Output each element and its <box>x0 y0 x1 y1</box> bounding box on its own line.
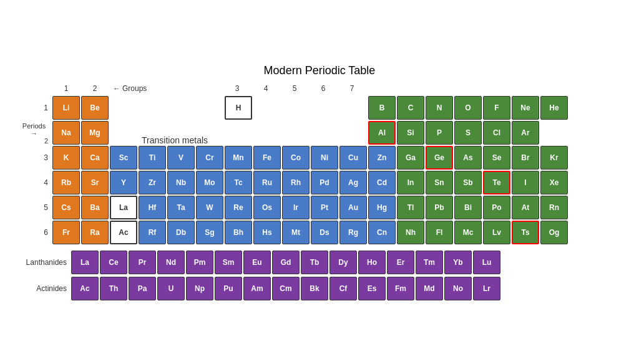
period-row-6: 6 Fr Ra Ac Rf Db Sg Bh Hs Mt Ds Rg Cn Nh… <box>20 221 619 244</box>
element-Pb: Pb <box>426 196 453 219</box>
element-Kr: Kr <box>540 146 568 170</box>
element-In: In <box>397 171 424 194</box>
element-Be: Be <box>81 96 109 120</box>
element-Mc: Mc <box>454 221 482 244</box>
element-Nd: Nd <box>157 251 185 274</box>
empty <box>311 96 338 120</box>
element-W: W <box>196 196 223 219</box>
element-Sg: Sg <box>196 221 223 244</box>
element-Mt: Mt <box>282 221 310 244</box>
element-Tm: Tm <box>416 251 443 274</box>
empty <box>139 96 166 120</box>
lanthanides-label: Lanthanides <box>20 258 70 267</box>
empty <box>282 121 310 145</box>
period-label-2: Periods →2 <box>20 121 51 145</box>
col-4: 4 <box>252 82 280 95</box>
element-P: P <box>426 121 453 145</box>
empty <box>196 96 223 120</box>
element-At: At <box>512 196 539 219</box>
element-Pt: Pt <box>311 196 338 219</box>
period-label-4: 4 <box>20 171 51 194</box>
element-U: U <box>157 277 185 300</box>
element-Ta: Ta <box>167 196 195 219</box>
element-Og: Og <box>540 221 568 244</box>
empty <box>339 121 367 145</box>
element-Rg: Rg <box>339 221 367 244</box>
element-Ne: Ne <box>512 96 539 120</box>
period-label-3: 3 <box>20 146 51 170</box>
element-Fl: Fl <box>426 221 453 244</box>
col-he <box>367 82 394 95</box>
element-He: He <box>540 96 568 120</box>
element-Tl: Tl <box>397 196 424 219</box>
element-Db: Db <box>167 221 195 244</box>
element-Ir: Ir <box>282 196 310 219</box>
element-Ce: Ce <box>100 251 127 274</box>
element-Fe: Fe <box>253 146 281 170</box>
element-Gd: Gd <box>272 251 300 274</box>
element-Am: Am <box>243 277 271 300</box>
element-Ti: Ti <box>139 146 166 170</box>
empty <box>253 121 281 145</box>
element-Cf: Cf <box>329 277 357 300</box>
element-Rb: Rb <box>52 171 80 194</box>
period-row-2: Periods →2 Na Mg Al Si P S Cl Ar <box>20 121 619 145</box>
empty <box>311 121 338 145</box>
empty <box>282 96 310 120</box>
element-Cr: Cr <box>196 146 223 170</box>
element-Se: Se <box>483 146 510 170</box>
element-Rh: Rh <box>282 171 310 194</box>
element-Ho: Ho <box>358 251 386 274</box>
element-Sr: Sr <box>81 171 109 194</box>
element-Ds: Ds <box>311 221 338 244</box>
element-Pr: Pr <box>129 251 156 274</box>
element-Ra: Ra <box>81 221 109 244</box>
element-Tc: Tc <box>225 171 252 194</box>
element-Fm: Fm <box>387 277 414 300</box>
element-Cl: Cl <box>483 121 510 145</box>
element-Ga: Ga <box>397 146 424 170</box>
periodic-table-container: Modern Periodic Table 1 2 ←Groups 3 4 5 … <box>14 58 625 307</box>
element-Zn: Zn <box>368 146 396 170</box>
element-Pa: Pa <box>129 277 156 300</box>
empty <box>167 96 195 120</box>
element-Np: Np <box>186 277 213 300</box>
element-Lu: Lu <box>473 251 500 274</box>
empty <box>339 96 367 120</box>
actinides-row: Actinides Ac Th Pa U Np Pu Am Cm Bk Cf E… <box>20 277 619 300</box>
element-Ts: Ts <box>512 221 539 244</box>
element-Xe: Xe <box>540 171 568 194</box>
element-Mn: Mn <box>225 146 252 170</box>
element-Zr: Zr <box>139 171 166 194</box>
element-Nb: Nb <box>167 171 195 194</box>
element-Re: Re <box>225 196 252 219</box>
element-Al: Al <box>368 121 396 145</box>
col-6: 6 <box>310 82 337 95</box>
element-Na: Na <box>52 121 80 145</box>
element-Mg: Mg <box>81 121 109 145</box>
period-row-4: 4 Rb Sr Y Zr Nb Mo Tc Ru Rh Pd Ag Cd In … <box>20 171 619 194</box>
element-Ni: Ni <box>311 146 338 170</box>
empty <box>253 96 281 120</box>
col-2: 2 <box>81 82 109 95</box>
element-Rf: Rf <box>139 221 166 244</box>
element-Lv: Lv <box>483 221 510 244</box>
col-1: 1 <box>52 82 80 95</box>
element-O: O <box>454 96 482 120</box>
period-label-5: 5 <box>20 196 51 219</box>
period-label-6: 6 <box>20 221 51 244</box>
element-Pm: Pm <box>186 251 213 274</box>
element-Nh: Nh <box>397 221 424 244</box>
element-Eu: Eu <box>243 251 271 274</box>
element-La: La <box>71 251 99 274</box>
element-Th: Th <box>100 277 127 300</box>
element-Os: Os <box>253 196 281 219</box>
col-3: 3 <box>223 82 251 95</box>
element-Rn: Rn <box>540 196 568 219</box>
element-Cs: Cs <box>52 196 80 219</box>
element-C: C <box>397 96 424 120</box>
element-Sc: Sc <box>110 146 137 170</box>
empty <box>110 96 137 120</box>
element-Ar: Ar <box>512 121 539 145</box>
element-N: N <box>426 96 453 120</box>
